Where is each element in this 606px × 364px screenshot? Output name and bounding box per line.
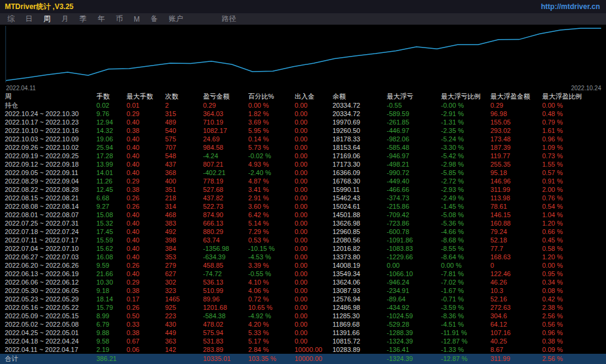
table-row[interactable]: 2022.07.11 ~ 2022.07.1715.590.4039863.74… <box>0 236 606 244</box>
cell-max-lots: 0.40 <box>127 135 165 143</box>
cell-net-deposit: 0.00 <box>295 177 333 185</box>
cell-balance: 14008.19 <box>333 261 387 270</box>
menu-item-daily[interactable]: 日 <box>20 14 38 24</box>
cell-max-float-loss-pct: -5.36 % <box>441 219 490 227</box>
website-link[interactable]: http://mtdriver.cn <box>541 2 600 11</box>
table-row[interactable]: 2022.04.11 ~ 2022.04.172.190.06142283.89… <box>0 345 606 354</box>
cell-max-float-profit: 122.46 <box>490 270 542 278</box>
cell-max-float-profit-pct: 0.56 % <box>542 320 606 329</box>
cell-percent: 4.93 % <box>248 160 295 168</box>
col-header-max-lots[interactable]: 最大手数 <box>127 92 165 101</box>
table-row[interactable]: 2022.05.09 ~ 2022.05.158.990.50223-584.3… <box>0 312 606 320</box>
col-header-max-float-loss[interactable]: 最大浮亏 <box>387 92 441 101</box>
table-row[interactable]: 2022.04.25 ~ 2022.05.019.880.38449575.94… <box>0 329 606 337</box>
cell-max-float-loss: -585.48 <box>387 143 441 152</box>
cell-percent: 1.82 % <box>248 110 295 118</box>
cell-max-float-profit: 119.77 <box>490 152 542 160</box>
table-row[interactable]: 2022.07.18 ~ 2022.07.2417.450.40492880.2… <box>0 227 606 236</box>
cell-trades: 540 <box>165 126 203 135</box>
table-row[interactable]: 2022.05.16 ~ 2022.05.2215.790.269251201.… <box>0 303 606 312</box>
cell-balance: 19260.50 <box>333 126 387 135</box>
table-row[interactable]: 2022.05.30 ~ 2022.06.059.180.38323510.99… <box>0 286 606 295</box>
table-row[interactable]: 2022.08.08 ~ 2022.08.149.270.26314522.73… <box>0 202 606 211</box>
table-row[interactable]: 2022.08.01 ~ 2022.08.0715.080.40468874.9… <box>0 211 606 219</box>
cell-net-deposit: 0.00 <box>295 143 333 152</box>
menu-item-m[interactable]: M <box>128 15 145 23</box>
table-row[interactable]: 2022.08.15 ~ 2022.08.216.680.26218437.82… <box>0 194 606 202</box>
table-row[interactable]: 2022.09.26 ~ 2022.10.0225.940.40707984.5… <box>0 143 606 152</box>
cell-max-lots: 0.40 <box>127 270 165 278</box>
cell-trades <box>165 354 203 364</box>
table-row[interactable]: 2022.09.19 ~ 2022.09.2517.280.40548-4.24… <box>0 152 606 160</box>
table-row[interactable]: 2022.05.23 ~ 2022.05.2918.140.17146589.9… <box>0 295 606 303</box>
cell-max-lots: 0.33 <box>127 320 165 329</box>
col-header-balance[interactable]: 余额 <box>333 92 387 101</box>
table-row[interactable]: 2022.06.13 ~ 2022.06.1921.660.40627-74.7… <box>0 270 606 278</box>
cell-pnl: 874.90 <box>203 211 248 219</box>
cell-max-float-profit-pct: 0.96 % <box>542 135 606 143</box>
col-header-max-float-profit-pct[interactable]: 最大浮盈比例 <box>542 92 606 101</box>
col-header-max-float-profit[interactable]: 最大浮盈金额 <box>490 92 542 101</box>
menu-item-weekly[interactable]: 周 <box>38 14 56 24</box>
cell-max-float-profit-pct: 1.61 % <box>542 126 606 135</box>
table-row[interactable]: 2022.05.02 ~ 2022.05.086.790.33430478.02… <box>0 320 606 329</box>
menu-item-account[interactable]: 账户 <box>163 14 189 24</box>
menu-item-currency[interactable]: 币 <box>110 14 128 24</box>
table-row[interactable]: 2022.07.04 ~ 2022.07.1015.620.40384-1356… <box>0 244 606 253</box>
menu-item-yearly[interactable]: 年 <box>92 14 110 24</box>
col-header-net-deposit[interactable]: 出入金 <box>295 92 333 101</box>
cell-max-lots: 0.40 <box>127 253 165 261</box>
cell-max-float-loss-pct: -5.24 % <box>441 135 490 143</box>
col-header-max-float-loss-pct[interactable]: 最大浮亏比例 <box>441 92 490 101</box>
cell-trades: 363 <box>165 337 203 345</box>
col-header-percent[interactable]: 百分比% <box>248 92 295 101</box>
menu-item-backup[interactable]: 备 <box>145 14 163 24</box>
cell-max-float-loss: -1066.10 <box>387 270 441 278</box>
cell-lots: 12.94 <box>96 118 127 126</box>
cell-week: 持仓 <box>0 101 96 110</box>
table-row[interactable]: 持仓0.020.0120.290.00 %0.0020334.72-0.55-0… <box>0 101 606 110</box>
table-row[interactable]: 2022.09.12 ~ 2022.09.1813.990.40437807.2… <box>0 160 606 168</box>
table-row[interactable]: 2022.08.29 ~ 2022.09.0411.260.29400778.1… <box>0 177 606 185</box>
cell-percent: 0.14 % <box>248 135 295 143</box>
menu-item-quarterly[interactable]: 季 <box>74 14 92 24</box>
cell-max-lots: 0.40 <box>127 118 165 126</box>
table-row[interactable]: 2022.04.18 ~ 2022.04.249.580.67363531.83… <box>0 337 606 345</box>
cell-balance: 20334.72 <box>333 110 387 118</box>
menu-item-monthly[interactable]: 月 <box>56 14 74 24</box>
cell-pnl: 89.96 <box>203 295 248 303</box>
cell-max-float-profit-pct: 0.00 % <box>542 101 606 110</box>
table-row[interactable]: 2022.06.20 ~ 2022.06.269.590.26279458.85… <box>0 261 606 270</box>
col-header-trades[interactable]: 次数 <box>165 92 203 101</box>
cell-net-deposit: 0.00 <box>295 303 333 312</box>
table-row[interactable]: 2022.10.24 ~ 2022.10.309.760.29315364.03… <box>0 110 606 118</box>
table-row[interactable]: 2022.10.03 ~ 2022.10.0919.060.4057524.69… <box>0 135 606 143</box>
menu-item-path[interactable]: 路径 <box>216 14 242 24</box>
table-row[interactable]: 2022.07.25 ~ 2022.07.3115.320.40383666.1… <box>0 219 606 227</box>
table-row[interactable]: 2022.06.06 ~ 2022.06.1210.300.29302536.1… <box>0 278 606 286</box>
table-row[interactable]: 2022.10.17 ~ 2022.10.2312.940.40489710.1… <box>0 118 606 126</box>
cell-balance: 12960.85 <box>333 227 387 236</box>
cell-net-deposit: 0.00 <box>295 295 333 303</box>
table-row[interactable]: 2022.06.27 ~ 2022.07.0316.080.40353-634.… <box>0 253 606 261</box>
cell-week: 2022.07.18 ~ 2022.07.24 <box>0 227 96 236</box>
cell-net-deposit: 0.00 <box>295 253 333 261</box>
cell-trades: 383 <box>165 219 203 227</box>
col-header-week[interactable]: 周 <box>0 92 96 101</box>
col-header-pnl[interactable]: 盈亏金额 <box>203 92 248 101</box>
menu-item-summary[interactable]: 综 <box>2 14 20 24</box>
cell-max-float-loss: -709.42 <box>387 211 441 219</box>
cell-max-float-loss-pct: 0.00 % <box>441 261 490 270</box>
table-row[interactable]: 2022.08.22 ~ 2022.08.2812.450.38351527.6… <box>0 185 606 194</box>
table-total-row[interactable]: 合计386.2110335.01103.35 %10000.00-1324.39… <box>0 354 606 364</box>
cell-max-float-profit-pct: 0.08 % <box>542 286 606 295</box>
table-row[interactable]: 2022.09.05 ~ 2022.09.1114.010.40368-402.… <box>0 168 606 177</box>
cell-max-lots: 0.26 <box>127 194 165 202</box>
col-header-lots[interactable]: 手数 <box>96 92 127 101</box>
cell-max-float-profit: 10.3 <box>490 286 542 295</box>
app-title: MTDriver统计 ,V3.25 <box>5 2 73 12</box>
table-row[interactable]: 2022.10.10 ~ 2022.10.1614.320.385401082.… <box>0 126 606 135</box>
cell-balance: 13549.34 <box>333 270 387 278</box>
cell-pnl: 364.03 <box>203 110 248 118</box>
cell-max-float-profit: 146.15 <box>490 211 542 219</box>
